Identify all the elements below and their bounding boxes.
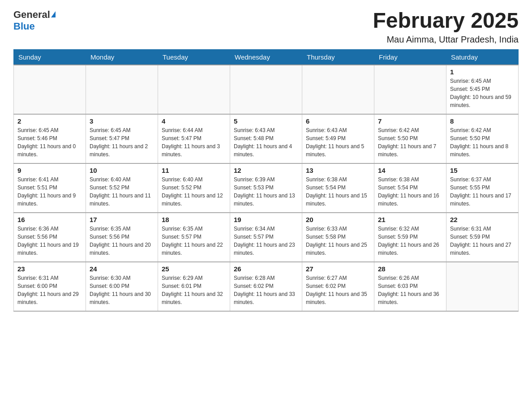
day-number: 3: [90, 117, 154, 125]
day-number: 7: [378, 117, 442, 125]
day-number: 27: [306, 265, 370, 273]
table-row: 11 Sunrise: 6:40 AMSunset: 5:52 PMDaylig…: [158, 163, 230, 213]
location: Mau Aimma, Uttar Pradesh, India: [373, 34, 519, 45]
day-info: Sunrise: 6:38 AMSunset: 5:54 PMDaylight:…: [378, 176, 439, 207]
day-number: 17: [90, 216, 154, 223]
day-number: 9: [17, 167, 82, 174]
day-number: 28: [378, 265, 442, 273]
col-wednesday: Wednesday: [230, 49, 302, 65]
day-info: Sunrise: 6:38 AMSunset: 5:54 PMDaylight:…: [306, 176, 367, 207]
table-row: 9 Sunrise: 6:41 AMSunset: 5:51 PMDayligh…: [14, 163, 86, 213]
day-info: Sunrise: 6:31 AMSunset: 6:00 PMDaylight:…: [17, 275, 79, 305]
table-row: 3 Sunrise: 6:45 AMSunset: 5:47 PMDayligh…: [86, 114, 158, 163]
day-info: Sunrise: 6:33 AMSunset: 5:58 PMDaylight:…: [306, 226, 367, 256]
day-info: Sunrise: 6:32 AMSunset: 5:59 PMDaylight:…: [378, 226, 439, 256]
day-info: Sunrise: 6:30 AMSunset: 6:00 PMDaylight:…: [90, 275, 151, 305]
table-row: 10 Sunrise: 6:40 AMSunset: 5:52 PMDaylig…: [86, 163, 158, 213]
table-row: [446, 262, 519, 311]
day-number: 2: [17, 117, 82, 125]
table-row: [14, 65, 86, 114]
day-number: 16: [17, 216, 82, 223]
table-row: 24 Sunrise: 6:30 AMSunset: 6:00 PMDaylig…: [86, 262, 158, 311]
day-number: 14: [378, 167, 442, 174]
table-row: [158, 65, 230, 114]
table-row: [86, 65, 158, 114]
table-row: 28 Sunrise: 6:26 AMSunset: 6:03 PMDaylig…: [374, 262, 446, 311]
table-row: 15 Sunrise: 6:37 AMSunset: 5:55 PMDaylig…: [446, 163, 519, 213]
month-title: February 2025: [373, 9, 519, 33]
col-friday: Friday: [374, 49, 446, 65]
day-info: Sunrise: 6:45 AMSunset: 5:46 PMDaylight:…: [17, 127, 76, 158]
table-row: 20 Sunrise: 6:33 AMSunset: 5:58 PMDaylig…: [302, 213, 374, 262]
day-info: Sunrise: 6:42 AMSunset: 5:50 PMDaylight:…: [378, 127, 436, 158]
day-info: Sunrise: 6:45 AMSunset: 5:47 PMDaylight:…: [90, 127, 148, 158]
table-row: [230, 65, 302, 114]
day-number: 4: [162, 117, 226, 125]
table-row: 27 Sunrise: 6:27 AMSunset: 6:02 PMDaylig…: [302, 262, 374, 311]
day-number: 26: [234, 265, 298, 273]
day-info: Sunrise: 6:43 AMSunset: 5:49 PMDaylight:…: [306, 127, 364, 158]
col-monday: Monday: [86, 49, 158, 65]
table-row: 17 Sunrise: 6:35 AMSunset: 5:56 PMDaylig…: [86, 213, 158, 262]
day-info: Sunrise: 6:41 AMSunset: 5:51 PMDaylight:…: [17, 176, 76, 207]
day-number: 19: [234, 216, 298, 223]
table-row: 7 Sunrise: 6:42 AMSunset: 5:50 PMDayligh…: [374, 114, 446, 163]
table-row: 4 Sunrise: 6:44 AMSunset: 5:47 PMDayligh…: [158, 114, 230, 163]
day-info: Sunrise: 6:36 AMSunset: 5:56 PMDaylight:…: [17, 226, 79, 256]
col-saturday: Saturday: [446, 49, 519, 65]
table-row: 1 Sunrise: 6:45 AMSunset: 5:45 PMDayligh…: [446, 65, 519, 114]
day-info: Sunrise: 6:40 AMSunset: 5:52 PMDaylight:…: [162, 176, 223, 207]
day-info: Sunrise: 6:37 AMSunset: 5:55 PMDaylight:…: [450, 176, 511, 207]
table-row: 22 Sunrise: 6:31 AMSunset: 5:59 PMDaylig…: [446, 213, 519, 262]
table-row: 25 Sunrise: 6:29 AMSunset: 6:01 PMDaylig…: [158, 262, 230, 311]
table-row: 5 Sunrise: 6:43 AMSunset: 5:48 PMDayligh…: [230, 114, 302, 163]
day-info: Sunrise: 6:39 AMSunset: 5:53 PMDaylight:…: [234, 176, 295, 207]
day-number: 5: [234, 117, 298, 125]
table-row: 12 Sunrise: 6:39 AMSunset: 5:53 PMDaylig…: [230, 163, 302, 213]
col-thursday: Thursday: [302, 49, 374, 65]
table-row: 8 Sunrise: 6:42 AMSunset: 5:50 PMDayligh…: [446, 114, 519, 163]
day-number: 6: [306, 117, 370, 125]
table-row: 13 Sunrise: 6:38 AMSunset: 5:54 PMDaylig…: [302, 163, 374, 213]
table-row: 2 Sunrise: 6:45 AMSunset: 5:46 PMDayligh…: [14, 114, 86, 163]
day-info: Sunrise: 6:45 AMSunset: 5:45 PMDaylight:…: [450, 78, 511, 108]
day-info: Sunrise: 6:43 AMSunset: 5:48 PMDaylight:…: [234, 127, 292, 158]
day-number: 18: [162, 216, 226, 223]
day-number: 23: [17, 265, 82, 273]
table-row: 26 Sunrise: 6:28 AMSunset: 6:02 PMDaylig…: [230, 262, 302, 311]
day-info: Sunrise: 6:31 AMSunset: 5:59 PMDaylight:…: [450, 226, 511, 256]
table-row: [302, 65, 374, 114]
day-info: Sunrise: 6:40 AMSunset: 5:52 PMDaylight:…: [90, 176, 151, 207]
col-tuesday: Tuesday: [158, 49, 230, 65]
logo: General Blue: [13, 9, 56, 32]
day-info: Sunrise: 6:44 AMSunset: 5:47 PMDaylight:…: [162, 127, 220, 158]
day-number: 24: [90, 265, 154, 273]
header: General Blue February 2025 Mau Aimma, Ut…: [13, 9, 519, 45]
day-number: 25: [162, 265, 226, 273]
day-number: 20: [306, 216, 370, 223]
day-number: 21: [378, 216, 442, 223]
table-row: 19 Sunrise: 6:34 AMSunset: 5:57 PMDaylig…: [230, 213, 302, 262]
day-number: 13: [306, 167, 370, 174]
day-number: 22: [450, 216, 515, 223]
day-number: 12: [234, 167, 298, 174]
day-number: 8: [450, 117, 515, 125]
day-info: Sunrise: 6:42 AMSunset: 5:50 PMDaylight:…: [450, 127, 508, 158]
day-number: 10: [90, 167, 154, 174]
table-row: 6 Sunrise: 6:43 AMSunset: 5:49 PMDayligh…: [302, 114, 374, 163]
table-row: 23 Sunrise: 6:31 AMSunset: 6:00 PMDaylig…: [14, 262, 86, 311]
logo-triangle-icon: [51, 11, 56, 17]
day-info: Sunrise: 6:35 AMSunset: 5:57 PMDaylight:…: [162, 226, 223, 256]
logo-general-text: General: [13, 9, 50, 21]
day-number: 1: [450, 68, 515, 76]
table-row: [374, 65, 446, 114]
day-info: Sunrise: 6:35 AMSunset: 5:56 PMDaylight:…: [90, 226, 151, 256]
table-row: 14 Sunrise: 6:38 AMSunset: 5:54 PMDaylig…: [374, 163, 446, 213]
day-info: Sunrise: 6:29 AMSunset: 6:01 PMDaylight:…: [162, 275, 223, 305]
day-info: Sunrise: 6:27 AMSunset: 6:02 PMDaylight:…: [306, 275, 367, 305]
table-row: 16 Sunrise: 6:36 AMSunset: 5:56 PMDaylig…: [14, 213, 86, 262]
title-section: February 2025 Mau Aimma, Uttar Pradesh, …: [373, 9, 519, 45]
day-number: 11: [162, 167, 226, 174]
col-sunday: Sunday: [14, 49, 86, 65]
day-info: Sunrise: 6:26 AMSunset: 6:03 PMDaylight:…: [378, 275, 439, 305]
